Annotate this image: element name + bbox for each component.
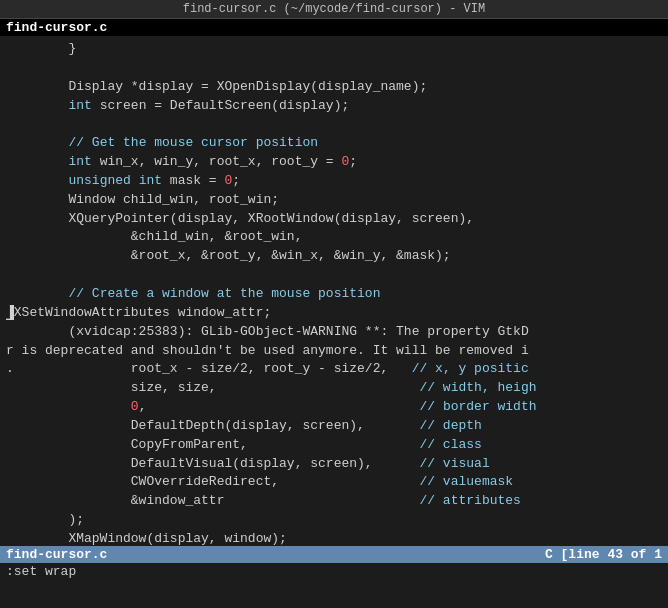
code-line: // Create a window at the mouse position — [6, 285, 662, 304]
code-line: // Get the mouse cursor position — [6, 134, 662, 153]
code-line: } — [6, 40, 662, 59]
cmd-bar: :set wrap — [0, 563, 668, 580]
cmd-text: :set wrap — [6, 564, 76, 579]
code-line: ); — [6, 511, 662, 530]
code-line: (xvidcap:25383): GLib-GObject-WARNING **… — [6, 323, 662, 342]
code-line: unsigned int mask = 0; — [6, 172, 662, 191]
code-line: r is deprecated and shouldn't be used an… — [6, 342, 662, 361]
code-line — [6, 266, 662, 285]
code-line: int screen = DefaultScreen(display); — [6, 97, 662, 116]
title-bar: find-cursor.c (~/mycode/find-cursor) - V… — [0, 0, 668, 19]
code-line: 0, // border width — [6, 398, 662, 417]
title-text: find-cursor.c (~/mycode/find-cursor) - V… — [183, 2, 485, 16]
status-position: C [line 43 of 1 — [545, 547, 662, 562]
code-line: ▌XSetWindowAttributes window_attr; — [6, 304, 662, 323]
status-bar: find-cursor.c C [line 43 of 1 — [0, 546, 668, 563]
code-line — [6, 115, 662, 134]
code-line: DefaultVisual(display, screen), // visua… — [6, 455, 662, 474]
code-line: DefaultDepth(display, screen), // depth — [6, 417, 662, 436]
code-line: Display *display = XOpenDisplay(display_… — [6, 78, 662, 97]
code-line: &window_attr // attributes — [6, 492, 662, 511]
filename-label: find-cursor.c — [6, 20, 107, 35]
code-line: CopyFromParent, // class — [6, 436, 662, 455]
code-line: Window child_win, root_win; — [6, 191, 662, 210]
status-filename: find-cursor.c — [6, 547, 107, 562]
code-line: XMapWindow(display, window); — [6, 530, 662, 546]
code-area: } Display *display = XOpenDisplay(displa… — [0, 36, 668, 546]
code-line: int win_x, win_y, root_x, root_y = 0; — [6, 153, 662, 172]
code-line: &child_win, &root_win, — [6, 228, 662, 247]
code-line: &root_x, &root_y, &win_x, &win_y, &mask)… — [6, 247, 662, 266]
code-line: size, size, // width, heigh — [6, 379, 662, 398]
code-line: XQueryPointer(display, XRootWindow(displ… — [6, 210, 662, 229]
code-line: . root_x - size/2, root_y - size/2, // x… — [6, 360, 662, 379]
filename-bar: find-cursor.c — [0, 19, 668, 36]
code-line: CWOverrideRedirect, // valuemask — [6, 473, 662, 492]
code-line — [6, 59, 662, 78]
